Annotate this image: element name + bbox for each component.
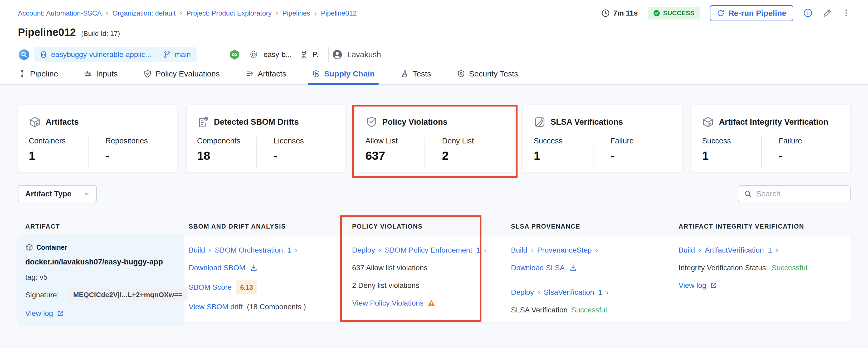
slsa-verify-stage-link[interactable]: Deploy	[511, 287, 534, 298]
tab-tests[interactable]: Tests	[396, 69, 435, 84]
tab-bar: Pipeline Inputs Policy Evaluations Artif…	[0, 69, 868, 85]
repository-pill[interactable]: easybuggy-vulnerable-applic... main	[34, 47, 196, 62]
card-title: Artifacts	[45, 117, 79, 127]
integrity-status-value: Successful	[772, 263, 807, 273]
info-icon	[803, 8, 813, 18]
tab-policy-evaluations[interactable]: Policy Evaluations	[139, 69, 224, 84]
tab-inputs[interactable]: Inputs	[80, 69, 122, 84]
container-cube-icon	[25, 243, 33, 251]
breadcrumb-organization-link[interactable]: Organization: default	[113, 9, 176, 18]
signature-value[interactable]: MEQCICde2Vjl...L+2+mqnOXw==	[68, 288, 188, 301]
meta-divider	[328, 47, 329, 62]
kebab-menu-icon	[842, 8, 850, 18]
search-input[interactable]	[756, 190, 845, 198]
slsa-step-link[interactable]: ProvenanceStep	[537, 245, 592, 256]
integrity-stage-link[interactable]: Build	[679, 245, 695, 256]
breadcrumb-account-link[interactable]: Account: Automation-SSCA	[18, 9, 102, 18]
chevron-separator: ›	[776, 245, 778, 256]
tab-artifacts[interactable]: Artifacts	[241, 69, 290, 84]
tab-label: Inputs	[96, 69, 118, 78]
trigger-icon	[229, 49, 240, 60]
sbom-step-link[interactable]: SBOM Orchestration_1	[215, 245, 291, 256]
user-name: Lavakush	[347, 50, 381, 59]
sbom-score-badge: 6.13	[236, 280, 257, 294]
view-sbom-drift-link[interactable]: View SBOM drift	[189, 301, 243, 312]
shield-check-icon	[366, 116, 378, 128]
view-log-link[interactable]: View log	[25, 308, 53, 319]
duration-text: 7m 11s	[613, 9, 638, 18]
slsa-status-value: Successful	[571, 305, 607, 315]
chevron-separator: ›	[606, 287, 609, 298]
policy-step-link[interactable]: SBOM Policy Enforcement_1	[385, 245, 480, 256]
more-options-button[interactable]	[842, 8, 850, 18]
pipeline-meta-row: easybuggy-vulnerable-applic... main easy…	[0, 47, 868, 62]
view-log-link[interactable]: View log	[679, 280, 706, 291]
status-badge: SUCCESS	[648, 7, 700, 20]
repository-icon	[39, 51, 48, 59]
refresh-icon	[717, 9, 725, 17]
stat-label: Components	[197, 137, 256, 145]
tab-security-tests[interactable]: Security Tests	[453, 69, 522, 84]
artifact-type-dropdown[interactable]: Artifact Type	[18, 185, 97, 202]
sbom-score-link[interactable]: SBOM Score	[189, 282, 231, 293]
stat-value: 1	[534, 149, 593, 163]
rerun-pipeline-button[interactable]: Re-run Pipeline	[710, 5, 793, 21]
column-header-integrity: ARTIFACT INTEGRITY VERIFICATION	[647, 223, 850, 230]
sbom-stage-link[interactable]: Build	[189, 245, 205, 256]
slsa-stage-link[interactable]: Build	[511, 245, 527, 256]
breadcrumb-separator: ›	[106, 9, 108, 18]
stat-label: Deny List	[442, 137, 503, 145]
card-artifacts: Artifacts Containers1 Repositories-	[18, 105, 177, 172]
chevron-separator: ›	[295, 245, 297, 256]
cube-icon	[702, 116, 714, 128]
download-slsa-link[interactable]: Download SLSA	[511, 263, 565, 273]
artifact-cell: Container docker.io/lavakush07/easy-bugg…	[18, 235, 184, 326]
header-actions: 7m 11s SUCCESS Re-run Pipeline	[601, 5, 850, 21]
gear-icon	[249, 50, 258, 59]
execution-info-button[interactable]	[803, 8, 813, 19]
artifact-tag: tag: v5	[25, 273, 177, 282]
search-box[interactable]	[738, 185, 850, 202]
stat-label: Failure	[610, 137, 672, 145]
warning-icon	[427, 299, 436, 308]
branch-name: main	[175, 50, 191, 59]
artifact-list-icon	[246, 69, 254, 78]
page: Account: Automation-SSCA › Organization:…	[0, 0, 868, 348]
column-header-sbom: SBOM AND DRIFT ANALYSIS	[184, 223, 341, 230]
page-title: Pipeline012	[18, 26, 76, 38]
breadcrumb-pipeline-link[interactable]: Pipeline012	[321, 9, 357, 18]
sbom-document-icon	[197, 116, 209, 128]
tab-pipeline[interactable]: Pipeline	[14, 69, 62, 84]
tab-supply-chain[interactable]: Supply Chain	[308, 69, 379, 84]
stat-value: -	[610, 149, 672, 163]
codebase-icon	[18, 49, 30, 61]
view-policy-violations-link[interactable]: View Policy Violations	[352, 298, 424, 309]
check-circle-icon	[653, 9, 660, 17]
stat-label: Allow List	[366, 137, 425, 145]
table-row: Container docker.io/lavakush07/easy-bugg…	[18, 235, 850, 322]
column-header-policy: POLICY VIOLATIONS	[341, 223, 482, 230]
breadcrumb-pipelines-link[interactable]: Pipelines	[282, 9, 310, 18]
integrity-step-link[interactable]: ArtifactVerification_1	[705, 245, 772, 256]
sbom-drift-note: (18 Components )	[247, 301, 306, 312]
policy-stage-link[interactable]: Deploy	[352, 245, 375, 256]
stat-value: -	[779, 149, 840, 163]
artifact-integrity-cell: Build › ArtifactVerification_1 › Integri…	[647, 235, 850, 326]
breadcrumb-separator: ›	[276, 9, 278, 18]
download-icon	[569, 264, 577, 272]
slsa-verify-step-link[interactable]: SlsaVerification_1	[544, 287, 602, 298]
title-row: Pipeline012 (Build Id: 17)	[0, 26, 868, 38]
stat-label: Repositories	[105, 137, 166, 145]
download-sbom-link[interactable]: Download SBOM	[189, 263, 245, 273]
policy-violations-cell: Deploy › SBOM Policy Enforcement_1 › 637…	[341, 235, 482, 326]
artifact-type-label: Artifact Type	[25, 190, 71, 198]
card-title: Policy Violations	[382, 117, 448, 127]
breadcrumb-project-link[interactable]: Project: Product Exploratory	[186, 9, 272, 18]
edit-pipeline-button[interactable]	[823, 8, 832, 18]
header: Account: Automation-SSCA › Organization:…	[0, 0, 868, 85]
environment-icon	[299, 50, 309, 59]
slsa-status-label: SLSA Verification	[511, 305, 567, 315]
tab-label: Security Tests	[469, 69, 518, 78]
stat-value: 1	[702, 149, 761, 163]
artifact-name: docker.io/lavakush07/easy-buggy-app	[25, 258, 177, 266]
